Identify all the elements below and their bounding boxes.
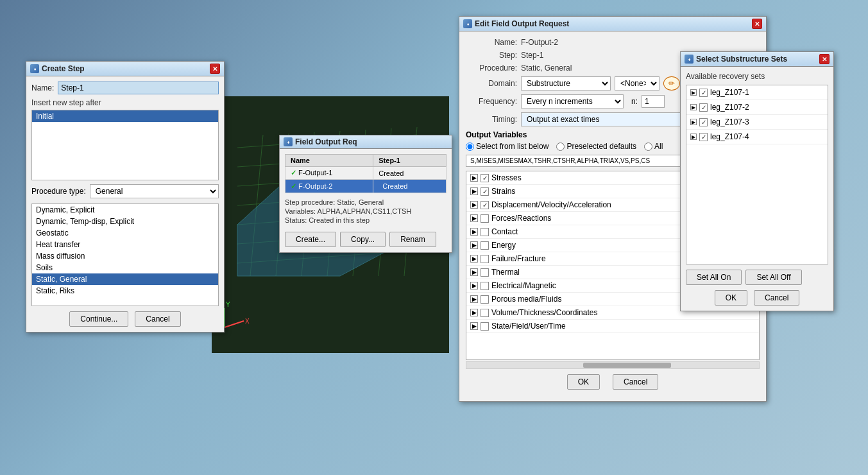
sss-expand-2[interactable]: ▶ <box>690 119 697 125</box>
check-contact[interactable] <box>481 228 489 236</box>
expand-failure[interactable]: ▶ <box>470 255 478 263</box>
field-output-req-window: ⬧ Field Output Req Name Step-1 ✓ F-Outpu… <box>279 135 452 253</box>
svg-text:X: X <box>245 318 250 325</box>
check-failure[interactable] <box>481 255 489 263</box>
radio-select-list[interactable] <box>466 142 474 151</box>
fo-rename-btn[interactable]: Renam <box>389 232 436 247</box>
check-porous[interactable] <box>481 295 489 304</box>
horizontal-scrollbar[interactable] <box>466 361 760 369</box>
sss-item-3[interactable]: ▶ ✓ leg_Z107-4 <box>686 130 828 144</box>
efo-pencil-btn[interactable]: ✏ <box>663 76 680 91</box>
check-thermal[interactable] <box>481 268 489 277</box>
sss-list: ▶ ✓ leg_Z107-1 ▶ ✓ leg_Z107-2 ▶ ✓ leg_Z1… <box>686 85 828 264</box>
check-electrical[interactable] <box>481 282 489 290</box>
sss-item-2[interactable]: ▶ ✓ leg_Z107-3 <box>686 115 828 130</box>
fo-check-2: ✓ <box>291 182 296 190</box>
expand-strains[interactable]: ▶ <box>470 187 478 195</box>
fo-info: Step procedure: Static, General Variable… <box>285 196 447 228</box>
efo-titlebar: ⬧ Edit Field Output Request ✕ <box>459 17 766 31</box>
sss-ok-btn[interactable]: OK <box>715 290 747 306</box>
check-displacement[interactable] <box>481 201 489 209</box>
expand-contact[interactable]: ▶ <box>470 228 478 236</box>
fo-row-2[interactable]: ✓ F-Output-2 Created <box>285 180 447 193</box>
efo-close-btn[interactable]: ✕ <box>752 19 762 29</box>
proc-dynamic-temp[interactable]: Dynamic, Temp-disp, Explicit <box>32 216 218 227</box>
sss-icon: ⬧ <box>685 55 694 64</box>
expand-electrical[interactable]: ▶ <box>470 282 478 289</box>
radio-preselected[interactable] <box>556 142 565 151</box>
expand-forces[interactable]: ▶ <box>470 214 478 222</box>
radio-all[interactable] <box>644 142 652 151</box>
expand-stresses[interactable]: ▶ <box>470 174 478 182</box>
label-thermal: Thermal <box>491 268 520 277</box>
radio-preselected-label: Preselected defaults <box>566 142 636 151</box>
efo-domain-label: Domain: <box>466 79 517 88</box>
expand-porous[interactable]: ▶ <box>470 295 478 303</box>
output-item-state[interactable]: ▶ State/Field/User/Time <box>466 320 759 333</box>
sss-expand-0[interactable]: ▶ <box>690 89 697 96</box>
check-forces[interactable] <box>481 214 489 223</box>
check-volume[interactable] <box>481 309 489 317</box>
step-list[interactable]: Initial <box>31 110 219 180</box>
efo-timing-label: Timing: <box>466 115 517 124</box>
proc-mass[interactable]: Mass diffusion <box>32 250 218 262</box>
sss-label-0: leg_Z107-1 <box>710 88 749 97</box>
fo-req-title: Field Output Req <box>295 137 357 146</box>
procedure-dropdown[interactable]: General <box>90 184 219 198</box>
sss-check-1[interactable]: ✓ <box>699 103 708 112</box>
name-label: Name: <box>31 83 54 92</box>
scrollbar-thumb <box>583 363 671 368</box>
sss-item-1[interactable]: ▶ ✓ leg_Z107-2 <box>686 100 828 115</box>
sss-set-all-off-btn[interactable]: Set All Off <box>745 270 801 285</box>
proc-soils[interactable]: Soils <box>32 262 218 273</box>
sss-expand-3[interactable]: ▶ <box>690 134 697 140</box>
proc-dynamic-explicit[interactable]: Dynamic, Explicit <box>32 204 218 216</box>
efo-n-input[interactable] <box>642 95 665 108</box>
sss-set-all-on-btn[interactable]: Set All On <box>686 270 742 285</box>
name-input[interactable] <box>58 82 219 94</box>
check-strains[interactable] <box>481 187 489 196</box>
expand-thermal[interactable]: ▶ <box>470 268 478 276</box>
sss-set-btn-row: Set All On Set All Off <box>686 270 828 285</box>
check-state[interactable] <box>481 322 489 331</box>
sss-item-0[interactable]: ▶ ✓ leg_Z107-1 <box>686 85 828 100</box>
create-step-window: ⬧ Create Step ✕ Name: Insert new step af… <box>26 61 225 332</box>
expand-state[interactable]: ▶ <box>470 322 478 330</box>
check-energy[interactable] <box>481 241 489 250</box>
sss-label-1: leg_Z107-2 <box>710 103 749 112</box>
expand-volume[interactable]: ▶ <box>470 309 478 316</box>
efo-ok-btn[interactable]: OK <box>567 374 600 390</box>
create-step-icon: ⬧ <box>30 64 39 73</box>
fo-col-step: Step-1 <box>373 155 447 167</box>
sss-check-3[interactable]: ✓ <box>699 133 708 141</box>
sss-expand-1[interactable]: ▶ <box>690 104 697 110</box>
efo-frequency-dropdown[interactable]: Every n increments <box>521 94 624 108</box>
check-stresses[interactable] <box>481 174 489 182</box>
fo-create-btn[interactable]: Create... <box>285 232 336 247</box>
create-step-cancel-btn[interactable]: Cancel <box>135 311 180 327</box>
select-substructure-window: ⬧ Select Substructure Sets ✕ Available r… <box>680 51 834 311</box>
proc-static-riks[interactable]: Static, Riks <box>32 285 218 297</box>
fo-req-icon: ⬧ <box>284 137 293 146</box>
proc-geostatic[interactable]: Geostatic <box>32 227 218 239</box>
expand-energy[interactable]: ▶ <box>470 241 478 249</box>
efo-domain-none-dropdown[interactable]: <None> <box>615 76 660 91</box>
efo-cancel-btn[interactable]: Cancel <box>613 374 658 390</box>
label-state: State/Field/User/Time <box>491 322 566 331</box>
sss-check-2[interactable]: ✓ <box>699 118 708 126</box>
create-step-close-btn[interactable]: ✕ <box>210 64 220 74</box>
sss-check-0[interactable]: ✓ <box>699 89 708 97</box>
sss-available-label: Available recovery sets <box>686 72 828 81</box>
proc-static-general[interactable]: Static, General <box>32 273 218 285</box>
procedure-list[interactable]: Dynamic, Explicit Dynamic, Temp-disp, Ex… <box>31 203 219 306</box>
fo-row-1[interactable]: ✓ F-Output-1 Created <box>285 167 447 180</box>
efo-domain-dropdown[interactable]: Substructure <box>521 76 611 91</box>
efo-name-value: F-Output-2 <box>521 38 558 47</box>
proc-heat[interactable]: Heat transfer <box>32 239 218 250</box>
sss-close-btn[interactable]: ✕ <box>819 54 830 64</box>
fo-copy-btn[interactable]: Copy... <box>340 232 386 247</box>
sss-cancel-btn[interactable]: Cancel <box>754 290 799 306</box>
step-list-item-initial[interactable]: Initial <box>32 110 218 122</box>
continue-btn[interactable]: Continue... <box>69 311 128 327</box>
expand-displacement[interactable]: ▶ <box>470 201 478 209</box>
